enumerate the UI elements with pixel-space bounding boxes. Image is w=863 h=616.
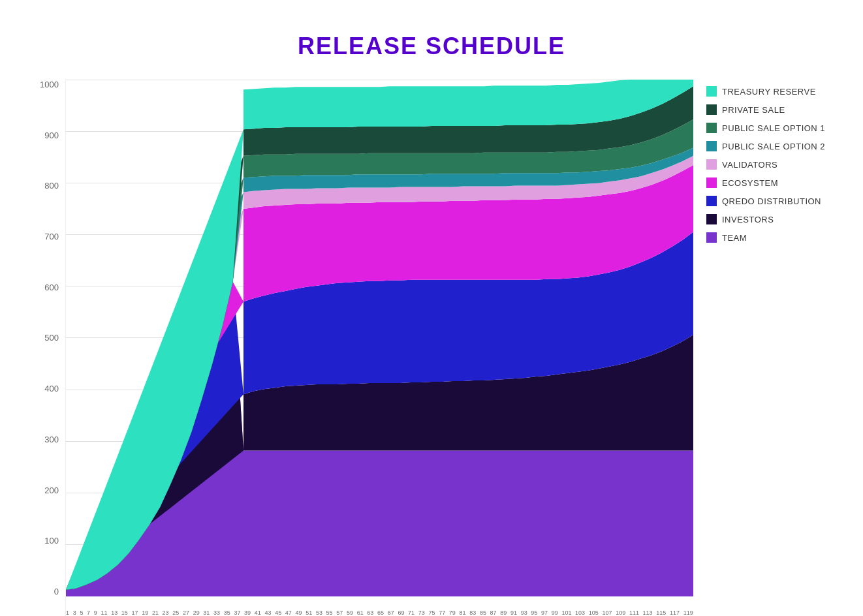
x-label: 35 [224, 609, 230, 616]
legend-item-treasury-reserve: TREASURY RESERVE [706, 86, 830, 97]
x-label: 13 [111, 609, 118, 616]
x-label: 87 [490, 609, 497, 616]
x-label: 7 [87, 609, 90, 616]
x-label: 3 [73, 609, 76, 616]
chart-body: 1000 900 800 700 600 500 400 300 200 100… [26, 80, 837, 616]
legend-label-investors: INVESTORS [722, 215, 774, 224]
legend-label-private-sale: PRIVATE SALE [722, 105, 785, 115]
legend-color-validators [706, 159, 717, 170]
x-label: 27 [183, 609, 189, 616]
x-label: 67 [388, 609, 394, 616]
x-label: 119 [683, 609, 693, 616]
x-label: 115 [656, 609, 666, 616]
x-label: 83 [469, 609, 476, 616]
x-label: 51 [306, 609, 312, 616]
x-label: 59 [347, 609, 353, 616]
x-label: 37 [234, 609, 240, 616]
x-axis: 1 3 5 7 9 11 13 15 17 19 21 23 25 27 29 … [66, 596, 693, 616]
x-label: 113 [643, 609, 653, 616]
x-label: 17 [132, 609, 138, 616]
x-label: 53 [316, 609, 322, 616]
legend-item-public-sale-option1: PUBLIC SALE OPTION 1 [706, 123, 830, 133]
chart-title: RELEASE SCHEDULE [298, 33, 565, 60]
x-label: 105 [589, 609, 599, 616]
x-label: 75 [428, 609, 435, 616]
x-label: 111 [629, 609, 639, 616]
y-label-0: 0 [54, 587, 59, 596]
x-label: 33 [213, 609, 220, 616]
x-label: 99 [552, 609, 558, 616]
x-label: 49 [296, 609, 302, 616]
x-label: 1 [66, 609, 69, 616]
y-label-600: 600 [44, 283, 59, 292]
y-label-200: 200 [44, 485, 59, 495]
y-label-900: 900 [44, 131, 59, 140]
legend-label-public-sale-option1: PUBLIC SALE OPTION 1 [722, 123, 825, 133]
x-label: 31 [203, 609, 210, 616]
x-label: 43 [264, 609, 271, 616]
legend-item-team: TEAM [706, 232, 830, 243]
x-label: 107 [602, 609, 612, 616]
x-label: 97 [541, 609, 548, 616]
x-label: 47 [285, 609, 292, 616]
x-label: 65 [377, 609, 384, 616]
legend-label-validators: VALIDATORS [722, 160, 777, 170]
legend-color-qredo-distribution [706, 196, 717, 206]
x-label: 93 [521, 609, 527, 616]
x-label: 25 [172, 609, 179, 616]
legend-color-public-sale-option1 [706, 123, 717, 133]
x-label: 117 [670, 609, 680, 616]
legend-color-team [706, 232, 717, 243]
x-label: 95 [531, 609, 537, 616]
y-label-400: 400 [44, 384, 59, 393]
legend-color-public-sale-option2 [706, 141, 717, 151]
x-label: 101 [561, 609, 571, 616]
legend-color-treasury-reserve [706, 86, 717, 97]
x-label: 91 [510, 609, 517, 616]
x-label: 77 [439, 609, 445, 616]
legend-color-investors [706, 214, 717, 224]
legend-item-qredo-distribution: QREDO DISTRIBUTION [706, 196, 830, 206]
legend-label-ecosystem: ECOSYSTEM [722, 178, 778, 188]
y-axis: 1000 900 800 700 600 500 400 300 200 100… [26, 80, 65, 616]
x-label: 41 [255, 609, 261, 616]
stacked-area-chart [66, 80, 693, 596]
x-label: 39 [244, 609, 251, 616]
x-label: 63 [367, 609, 373, 616]
y-label-100: 100 [44, 536, 59, 546]
legend-label-qredo-distribution: QREDO DISTRIBUTION [722, 196, 821, 206]
legend-label-team: TEAM [722, 233, 747, 243]
legend-item-validators: VALIDATORS [706, 159, 830, 170]
x-label: 73 [418, 609, 425, 616]
x-label: 69 [398, 609, 404, 616]
y-label-1000: 1000 [40, 80, 59, 89]
x-label: 29 [193, 609, 200, 616]
x-label: 61 [357, 609, 364, 616]
legend-item-ecosystem: ECOSYSTEM [706, 177, 830, 188]
chart-legend: TREASURY RESERVE PRIVATE SALE PUBLIC SAL… [693, 80, 837, 616]
x-label: 89 [500, 609, 507, 616]
x-label: 55 [326, 609, 333, 616]
x-label: 23 [163, 609, 169, 616]
x-label: 21 [152, 609, 159, 616]
y-label-500: 500 [44, 333, 59, 343]
legend-item-private-sale: PRIVATE SALE [706, 104, 830, 115]
legend-label-public-sale-option2: PUBLIC SALE OPTION 2 [722, 142, 825, 151]
x-label: 103 [575, 609, 585, 616]
x-label: 9 [94, 609, 97, 616]
y-label-700: 700 [44, 232, 59, 241]
x-label: 11 [101, 609, 107, 616]
x-label: 71 [408, 609, 415, 616]
x-label: 57 [336, 609, 343, 616]
x-label: 5 [80, 609, 83, 616]
chart-container: RELEASE SCHEDULE 1000 900 800 700 600 50… [13, 13, 850, 616]
y-label-300: 300 [44, 435, 59, 444]
x-label: 79 [449, 609, 456, 616]
x-label: 85 [480, 609, 486, 616]
legend-color-private-sale [706, 104, 717, 115]
legend-item-investors: INVESTORS [706, 214, 830, 224]
x-label: 81 [460, 609, 466, 616]
x-label: 109 [616, 609, 625, 616]
x-axis-labels: 1 3 5 7 9 11 13 15 17 19 21 23 25 27 29 … [66, 609, 693, 616]
legend-label-treasury-reserve: TREASURY RESERVE [722, 87, 816, 97]
